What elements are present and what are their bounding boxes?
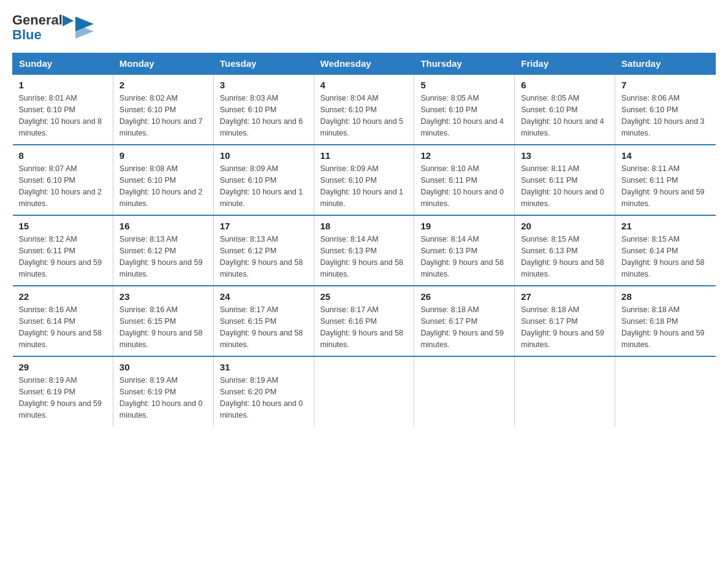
day-number: 26 — [420, 291, 508, 302]
calendar-cell: 10Sunrise: 8:09 AMSunset: 6:10 PMDayligh… — [213, 145, 314, 215]
calendar-cell: 11Sunrise: 8:09 AMSunset: 6:10 PMDayligh… — [314, 145, 414, 215]
logo-text: General▶ — [12, 12, 73, 28]
calendar-cell: 4Sunrise: 8:04 AMSunset: 6:10 PMDaylight… — [314, 74, 414, 145]
day-info: Sunrise: 8:14 AMSunset: 6:13 PMDaylight:… — [420, 234, 508, 280]
calendar-cell: 22Sunrise: 8:16 AMSunset: 6:14 PMDayligh… — [13, 286, 113, 356]
header-day-wednesday: Wednesday — [314, 53, 414, 75]
day-info: Sunrise: 8:18 AMSunset: 6:17 PMDaylight:… — [420, 304, 508, 350]
day-number: 30 — [119, 362, 207, 372]
day-number: 6 — [521, 80, 609, 90]
day-info: Sunrise: 8:09 AMSunset: 6:10 PMDaylight:… — [320, 163, 408, 209]
calendar-cell: 2Sunrise: 8:02 AMSunset: 6:10 PMDaylight… — [113, 74, 213, 145]
day-number: 16 — [119, 221, 207, 231]
day-number: 7 — [621, 80, 709, 90]
calendar-cell: 9Sunrise: 8:08 AMSunset: 6:10 PMDaylight… — [113, 145, 213, 215]
calendar-cell: 8Sunrise: 8:07 AMSunset: 6:10 PMDaylight… — [13, 145, 113, 215]
day-number: 19 — [420, 221, 508, 231]
day-number: 10 — [220, 150, 308, 161]
day-number: 2 — [119, 80, 207, 90]
day-info: Sunrise: 8:17 AMSunset: 6:16 PMDaylight:… — [320, 304, 408, 350]
calendar-cell: 30Sunrise: 8:19 AMSunset: 6:19 PMDayligh… — [113, 356, 213, 427]
calendar-cell: 23Sunrise: 8:16 AMSunset: 6:15 PMDayligh… — [113, 286, 213, 356]
day-number: 13 — [521, 150, 609, 161]
day-number: 5 — [420, 80, 508, 90]
logo: General▶ Blue — [12, 12, 94, 42]
calendar-week-row: 29Sunrise: 8:19 AMSunset: 6:19 PMDayligh… — [13, 356, 716, 427]
day-info: Sunrise: 8:12 AMSunset: 6:11 PMDaylight:… — [19, 234, 107, 280]
day-info: Sunrise: 8:13 AMSunset: 6:12 PMDaylight:… — [119, 234, 207, 280]
day-info: Sunrise: 8:19 AMSunset: 6:19 PMDaylight:… — [119, 375, 207, 421]
day-number: 22 — [19, 291, 107, 302]
calendar-cell: 1Sunrise: 8:01 AMSunset: 6:10 PMDaylight… — [13, 74, 113, 145]
calendar-cell — [414, 356, 515, 427]
day-info: Sunrise: 8:18 AMSunset: 6:18 PMDaylight:… — [621, 304, 709, 350]
header-row: SundayMondayTuesdayWednesdayThursdayFrid… — [13, 53, 716, 75]
logo-icon — [75, 17, 94, 39]
header-day-saturday: Saturday — [615, 53, 716, 75]
day-info: Sunrise: 8:09 AMSunset: 6:10 PMDaylight:… — [220, 163, 308, 209]
day-info: Sunrise: 8:13 AMSunset: 6:12 PMDaylight:… — [220, 234, 308, 280]
day-number: 9 — [119, 150, 207, 161]
calendar-cell: 29Sunrise: 8:19 AMSunset: 6:19 PMDayligh… — [13, 356, 113, 427]
calendar-cell: 16Sunrise: 8:13 AMSunset: 6:12 PMDayligh… — [113, 215, 213, 286]
day-info: Sunrise: 8:08 AMSunset: 6:10 PMDaylight:… — [119, 163, 207, 209]
header-day-friday: Friday — [515, 53, 615, 75]
calendar-cell — [314, 356, 414, 427]
calendar-cell: 18Sunrise: 8:14 AMSunset: 6:13 PMDayligh… — [314, 215, 414, 286]
calendar-cell: 25Sunrise: 8:17 AMSunset: 6:16 PMDayligh… — [314, 286, 414, 356]
day-number: 29 — [19, 362, 107, 372]
day-number: 25 — [320, 291, 408, 302]
calendar-cell: 5Sunrise: 8:05 AMSunset: 6:10 PMDaylight… — [414, 74, 515, 145]
day-info: Sunrise: 8:02 AMSunset: 6:10 PMDaylight:… — [119, 93, 207, 139]
day-info: Sunrise: 8:03 AMSunset: 6:10 PMDaylight:… — [220, 93, 308, 139]
calendar-cell: 13Sunrise: 8:11 AMSunset: 6:11 PMDayligh… — [515, 145, 615, 215]
calendar-week-row: 15Sunrise: 8:12 AMSunset: 6:11 PMDayligh… — [13, 215, 716, 286]
day-info: Sunrise: 8:04 AMSunset: 6:10 PMDaylight:… — [320, 93, 408, 139]
day-number: 23 — [119, 291, 207, 302]
logo-blue-label: Blue — [12, 28, 73, 42]
day-number: 17 — [220, 221, 308, 231]
calendar-week-row: 8Sunrise: 8:07 AMSunset: 6:10 PMDaylight… — [13, 145, 716, 215]
day-info: Sunrise: 8:06 AMSunset: 6:10 PMDaylight:… — [621, 93, 709, 139]
header-day-sunday: Sunday — [13, 53, 113, 75]
day-number: 14 — [621, 150, 709, 161]
calendar-cell: 24Sunrise: 8:17 AMSunset: 6:15 PMDayligh… — [213, 286, 314, 356]
day-info: Sunrise: 8:17 AMSunset: 6:15 PMDaylight:… — [220, 304, 308, 350]
calendar-header: SundayMondayTuesdayWednesdayThursdayFrid… — [13, 53, 716, 75]
day-info: Sunrise: 8:18 AMSunset: 6:17 PMDaylight:… — [521, 304, 609, 350]
day-info: Sunrise: 8:14 AMSunset: 6:13 PMDaylight:… — [320, 234, 408, 280]
day-info: Sunrise: 8:01 AMSunset: 6:10 PMDaylight:… — [19, 93, 107, 139]
calendar-body: 1Sunrise: 8:01 AMSunset: 6:10 PMDaylight… — [13, 74, 716, 427]
day-info: Sunrise: 8:16 AMSunset: 6:15 PMDaylight:… — [119, 304, 207, 350]
logo-blue-text: ▶ — [63, 12, 73, 28]
day-info: Sunrise: 8:19 AMSunset: 6:19 PMDaylight:… — [19, 375, 107, 421]
day-number: 15 — [19, 221, 107, 231]
calendar-week-row: 1Sunrise: 8:01 AMSunset: 6:10 PMDaylight… — [13, 74, 716, 145]
header-day-tuesday: Tuesday — [213, 53, 314, 75]
calendar-cell — [615, 356, 716, 427]
day-number: 18 — [320, 221, 408, 231]
day-info: Sunrise: 8:15 AMSunset: 6:13 PMDaylight:… — [521, 234, 609, 280]
day-number: 3 — [220, 80, 308, 90]
calendar-cell: 26Sunrise: 8:18 AMSunset: 6:17 PMDayligh… — [414, 286, 515, 356]
calendar-cell: 6Sunrise: 8:05 AMSunset: 6:10 PMDaylight… — [515, 74, 615, 145]
calendar-cell: 3Sunrise: 8:03 AMSunset: 6:10 PMDaylight… — [213, 74, 314, 145]
calendar-cell: 31Sunrise: 8:19 AMSunset: 6:20 PMDayligh… — [213, 356, 314, 427]
day-info: Sunrise: 8:07 AMSunset: 6:10 PMDaylight:… — [19, 163, 107, 209]
day-info: Sunrise: 8:16 AMSunset: 6:14 PMDaylight:… — [19, 304, 107, 350]
calendar-cell: 28Sunrise: 8:18 AMSunset: 6:18 PMDayligh… — [615, 286, 716, 356]
calendar-cell: 27Sunrise: 8:18 AMSunset: 6:17 PMDayligh… — [515, 286, 615, 356]
day-info: Sunrise: 8:19 AMSunset: 6:20 PMDaylight:… — [220, 375, 308, 421]
header-day-thursday: Thursday — [414, 53, 515, 75]
calendar-cell: 17Sunrise: 8:13 AMSunset: 6:12 PMDayligh… — [213, 215, 314, 286]
calendar-cell — [515, 356, 615, 427]
day-info: Sunrise: 8:10 AMSunset: 6:11 PMDaylight:… — [420, 163, 508, 209]
header-day-monday: Monday — [113, 53, 213, 75]
day-info: Sunrise: 8:05 AMSunset: 6:10 PMDaylight:… — [521, 93, 609, 139]
day-number: 4 — [320, 80, 408, 90]
day-number: 12 — [420, 150, 508, 161]
day-number: 21 — [621, 221, 709, 231]
day-number: 8 — [19, 150, 107, 161]
page-header: General▶ Blue — [12, 12, 716, 42]
day-info: Sunrise: 8:11 AMSunset: 6:11 PMDaylight:… — [621, 163, 709, 209]
